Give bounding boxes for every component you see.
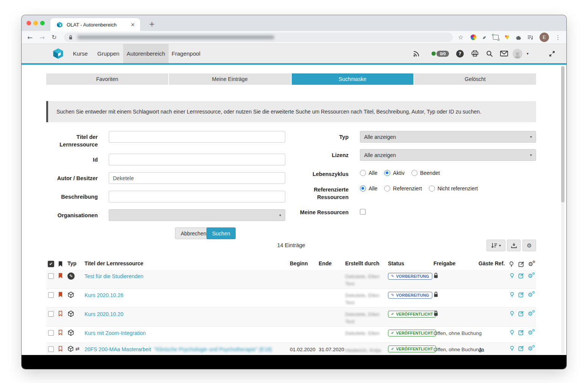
nav-item-fragenpool[interactable]: Fragenpool [169,44,203,63]
tab-geloescht[interactable]: Gelöscht [414,73,536,85]
titel-input[interactable] [109,131,285,143]
reload-icon[interactable]: ↻ [49,31,59,44]
tools-gears-icon[interactable]: ⚙⚙ [528,311,535,318]
bookmark-filled-icon[interactable] [58,272,63,279]
resource-link[interactable]: Kurs mit Zoom-Integration [84,330,146,336]
edit-icon[interactable] [518,273,524,280]
radio-aktiv[interactable] [384,170,390,176]
beschreibung-input[interactable] [109,191,285,202]
col-ref[interactable]: Ref. [495,260,505,266]
browser-profile-avatar[interactable]: E [540,33,549,42]
fullscreen-icon[interactable] [549,44,555,63]
extensions-puzzle-icon[interactable] [516,34,521,40]
extension-heart-icon[interactable]: ♥ [505,34,510,41]
tools-gears-icon[interactable]: ⚙⚙ [528,330,535,336]
new-tab-button[interactable]: + [147,19,157,29]
meine-ressourcen-checkbox[interactable] [360,209,366,215]
ende-date: 31.07.2020 [319,347,344,352]
print-icon[interactable] [471,44,479,63]
created-by-blurred: Dekotele, EllenTest [345,311,390,325]
lightbulb-icon[interactable] [510,292,514,299]
radio-ref-alle[interactable] [360,185,366,192]
row-checkbox[interactable] [48,330,54,336]
page-scrollbar[interactable] [561,65,565,354]
resource-link-blurred[interactable]: "Klinische Psychologie und Psychotherapi… [154,346,272,352]
lightbulb-icon[interactable] [510,311,514,318]
resource-link[interactable]: 20FS 200-MAa Masterarbeit [84,346,151,352]
tools-gears-icon[interactable]: ⚙⚙ [528,273,535,280]
select-all-checkbox[interactable]: ✔ [48,261,54,267]
search-button[interactable]: Suchen [206,227,236,239]
lightbulb-icon[interactable] [510,273,514,280]
row-checkbox[interactable] [48,311,54,317]
nav-item-autorenbereich[interactable]: Autorenbereich [123,44,169,63]
lightbulb-icon[interactable] [510,346,514,352]
typ-select[interactable]: Alle anzeigen▾ [360,131,536,143]
edit-icon[interactable] [518,292,524,299]
bookmark-filled-icon[interactable] [58,291,63,298]
mail-icon[interactable] [500,44,508,63]
address-bar[interactable] [64,33,453,42]
nav-item-gruppen[interactable]: Gruppen [94,44,123,63]
row-checkbox[interactable] [48,273,54,279]
col-ende[interactable]: Ende [319,260,332,266]
tools-gears-icon[interactable]: ⚙⚙ [528,292,535,299]
traffic-light-minimize[interactable] [33,21,38,25]
radio-nicht-referenziert[interactable] [429,185,435,192]
forward-icon[interactable]: → [37,31,47,44]
playlist-icon[interactable] [527,35,533,40]
rss-icon[interactable] [413,44,420,63]
tab-favoriten[interactable]: Favoriten [46,73,168,85]
tab-suchmaske[interactable]: Suchmaske [292,73,414,85]
resource-link[interactable]: Kurs 2020.10.20 [84,311,124,317]
col-beginn[interactable]: Beginn [290,260,308,266]
col-status[interactable]: Status [388,260,404,266]
row-checkbox[interactable] [48,292,54,298]
edit-icon[interactable] [518,311,524,318]
col-gaeste[interactable]: Gäste [479,260,493,266]
radio-referenziert[interactable] [384,185,390,192]
sort-button[interactable]: ▾ [486,240,505,251]
user-menu-caret-icon[interactable]: ▾ [527,44,529,63]
edit-icon[interactable] [518,330,524,336]
bookmark-outline-icon[interactable] [58,346,63,352]
table-settings-button[interactable]: ⚙ [522,240,536,251]
tools-gears-icon[interactable]: ⚙⚙ [528,346,535,352]
row-checkbox[interactable] [48,346,54,352]
back-icon[interactable]: ← [25,31,35,44]
lizenz-select[interactable]: Alle anzeigen▾ [360,149,536,161]
col-freigabe[interactable]: Freigabe [433,260,455,266]
resource-link[interactable]: Test für die Studierenden [84,273,144,279]
help-icon[interactable]: ? [456,44,464,63]
scrollbar-thumb[interactable] [561,66,565,202]
user-avatar[interactable] [513,44,522,63]
traffic-light-zoom[interactable] [40,21,45,25]
id-input[interactable] [109,154,285,165]
col-typ[interactable]: Typ [67,260,77,266]
traffic-light-close[interactable] [27,21,31,25]
lightbulb-icon[interactable] [510,330,514,336]
bookmark-star-icon[interactable]: ☆ [456,31,466,44]
bookmark-outline-icon[interactable] [58,329,63,336]
radio-alle[interactable] [360,170,366,176]
extension-eyedropper-icon[interactable]: ✒ [481,34,488,41]
radio-beendet[interactable] [411,170,418,176]
tab-close-icon[interactable]: ✕ [129,22,136,28]
nav-item-kurse[interactable]: Kurse [67,44,94,63]
chat-counter-badge[interactable]: 0/0 [436,44,449,63]
download-button[interactable] [507,240,521,251]
extension-colorwheel-icon[interactable] [471,34,476,40]
browser-menu-icon[interactable]: ⋮ [555,34,561,41]
bookmark-outline-icon[interactable] [58,310,63,317]
edit-icon[interactable] [518,346,524,352]
search-icon[interactable] [486,44,493,63]
col-titel[interactable]: Titel der Lernressource [84,260,143,266]
resource-link[interactable]: Kurs 2020.10.26 [84,292,124,298]
extension-screenshot-icon[interactable] [493,35,499,40]
organisationen-select[interactable]: ▾ [109,209,285,221]
autor-input[interactable] [109,172,285,184]
olat-logo[interactable] [52,48,64,59]
tab-meine-eintraege[interactable]: Meine Einträge [169,73,291,85]
col-erstellt[interactable]: Erstellt durch [345,260,379,266]
browser-tab[interactable]: OLAT - Autorenbereich ✕ [50,18,140,31]
